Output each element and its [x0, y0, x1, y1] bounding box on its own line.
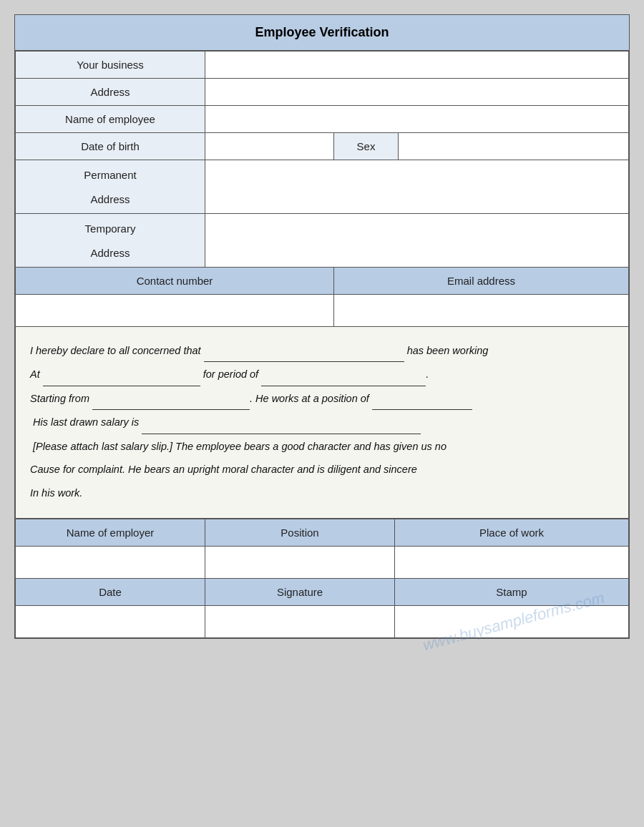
place-of-work-header: Place of work — [395, 519, 629, 547]
permanent-address-row: PermanentAddress — [16, 160, 629, 214]
dob-sex-row: Date of birth Sex — [16, 133, 629, 160]
permanent-address-input[interactable] — [205, 160, 629, 214]
main-table: Your business Address Name of employee D… — [15, 51, 629, 327]
contact-number-header: Contact number — [16, 268, 334, 295]
declaration-line6: Cause for complaint. He bears an upright… — [30, 459, 614, 480]
your-business-input[interactable] — [205, 52, 629, 79]
declaration-section: I hereby declare to all concerned that h… — [15, 327, 629, 519]
position-header: Position — [205, 519, 395, 547]
name-employee-row: Name of employee — [16, 106, 629, 133]
declaration-line4: His last drawn salary is — [30, 411, 614, 434]
your-business-row: Your business — [16, 52, 629, 79]
employer-name-header: Name of employer — [16, 519, 205, 547]
signature-input[interactable] — [205, 606, 395, 638]
position-input[interactable] — [205, 547, 395, 579]
dob-label: Date of birth — [16, 133, 205, 160]
date-input[interactable] — [16, 606, 205, 638]
employer-data-row — [16, 547, 629, 579]
signature-header: Signature — [205, 579, 395, 606]
form-title: Employee Verification — [15, 15, 629, 51]
name-employee-label: Name of employee — [16, 106, 205, 133]
email-address-input[interactable] — [334, 295, 629, 327]
sex-label: Sex — [334, 133, 399, 160]
bottom-table: Name of employer Position Place of work … — [15, 519, 629, 638]
contact-number-input[interactable] — [16, 295, 334, 327]
stamp-header: Stamp — [395, 579, 629, 606]
date-sig-stamp-input-row — [16, 606, 629, 638]
stamp-input[interactable] — [395, 606, 629, 638]
permanent-address-label: PermanentAddress — [16, 160, 205, 214]
declaration-line3: Starting from . He works at a position o… — [30, 388, 614, 410]
address-input[interactable] — [205, 79, 629, 106]
declaration-line1: I hereby declare to all concerned that h… — [30, 340, 614, 362]
sex-input[interactable] — [399, 133, 629, 160]
temporary-address-label: TemporaryAddress — [16, 214, 205, 268]
contact-email-header-row: Contact number Email address — [16, 268, 629, 295]
address-label: Address — [16, 79, 205, 106]
dob-input[interactable] — [205, 133, 334, 160]
employer-name-input[interactable] — [16, 547, 205, 579]
place-of-work-input[interactable] — [395, 547, 629, 579]
your-business-label: Your business — [16, 52, 205, 79]
employer-header-row: Name of employer Position Place of work — [16, 519, 629, 547]
declaration-line5: [Please attach last salary slip.] The em… — [30, 436, 614, 457]
email-address-header: Email address — [334, 268, 629, 295]
address-row: Address — [16, 79, 629, 106]
declaration-line2: At for period of . — [30, 363, 614, 386]
temporary-address-input[interactable] — [205, 214, 629, 268]
declaration-line7: In his work. — [30, 482, 614, 504]
temporary-address-row: TemporaryAddress — [16, 214, 629, 268]
contact-email-input-row — [16, 295, 629, 327]
date-header: Date — [16, 579, 205, 606]
name-employee-input[interactable] — [205, 106, 629, 133]
date-sig-stamp-header-row: Date Signature Stamp — [16, 579, 629, 606]
